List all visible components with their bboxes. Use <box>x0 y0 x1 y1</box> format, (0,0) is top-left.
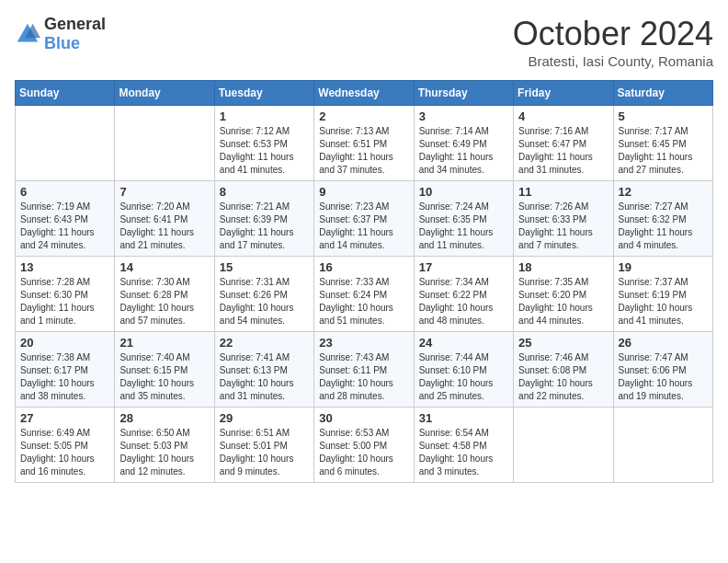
calendar-cell <box>16 106 115 181</box>
day-info: Sunrise: 7:43 AM Sunset: 6:11 PM Dayligh… <box>319 351 408 403</box>
weekday-header: Saturday <box>613 81 712 106</box>
calendar-cell: 28Sunrise: 6:50 AM Sunset: 5:03 PM Dayli… <box>115 408 214 483</box>
calendar-week-row: 20Sunrise: 7:38 AM Sunset: 6:17 PM Dayli… <box>16 332 713 408</box>
day-info: Sunrise: 7:23 AM Sunset: 6:37 PM Dayligh… <box>319 201 408 252</box>
day-number: 6 <box>20 185 109 199</box>
day-number: 20 <box>20 336 109 350</box>
day-number: 15 <box>220 260 309 274</box>
calendar-cell: 3Sunrise: 7:14 AM Sunset: 6:49 PM Daylig… <box>414 106 513 181</box>
calendar-cell: 13Sunrise: 7:28 AM Sunset: 6:30 PM Dayli… <box>16 257 115 332</box>
calendar-cell: 10Sunrise: 7:24 AM Sunset: 6:35 PM Dayli… <box>414 181 513 257</box>
calendar-cell: 26Sunrise: 7:47 AM Sunset: 6:06 PM Dayli… <box>613 332 712 408</box>
calendar-cell: 12Sunrise: 7:27 AM Sunset: 6:32 PM Dayli… <box>613 181 712 257</box>
day-info: Sunrise: 6:49 AM Sunset: 5:05 PM Dayligh… <box>20 427 109 478</box>
day-number: 8 <box>220 185 309 199</box>
day-info: Sunrise: 7:24 AM Sunset: 6:35 PM Dayligh… <box>419 201 508 252</box>
day-number: 3 <box>419 109 508 123</box>
month-title: October 2024 <box>513 15 713 53</box>
calendar-cell: 25Sunrise: 7:46 AM Sunset: 6:08 PM Dayli… <box>514 332 613 408</box>
calendar-cell: 8Sunrise: 7:21 AM Sunset: 6:39 PM Daylig… <box>214 181 313 257</box>
weekday-header: Monday <box>115 81 214 106</box>
day-info: Sunrise: 6:50 AM Sunset: 5:03 PM Dayligh… <box>119 427 209 478</box>
calendar-cell: 16Sunrise: 7:33 AM Sunset: 6:24 PM Dayli… <box>314 257 414 332</box>
day-info: Sunrise: 7:14 AM Sunset: 6:49 PM Dayligh… <box>419 125 508 177</box>
calendar-cell: 24Sunrise: 7:44 AM Sunset: 6:10 PM Dayli… <box>414 332 513 408</box>
day-info: Sunrise: 7:33 AM Sunset: 6:24 PM Dayligh… <box>319 276 408 327</box>
calendar-cell: 29Sunrise: 6:51 AM Sunset: 5:01 PM Dayli… <box>214 408 313 483</box>
weekday-header: Thursday <box>414 81 513 106</box>
calendar-cell: 20Sunrise: 7:38 AM Sunset: 6:17 PM Dayli… <box>16 332 115 408</box>
day-number: 24 <box>419 336 508 350</box>
day-number: 25 <box>518 336 608 350</box>
day-number: 28 <box>119 411 209 425</box>
calendar-cell: 17Sunrise: 7:34 AM Sunset: 6:22 PM Dayli… <box>414 257 513 332</box>
calendar-cell: 7Sunrise: 7:20 AM Sunset: 6:41 PM Daylig… <box>115 181 214 257</box>
day-number: 29 <box>220 411 309 425</box>
logo-blue: Blue <box>44 34 80 52</box>
day-info: Sunrise: 7:44 AM Sunset: 6:10 PM Dayligh… <box>419 351 508 403</box>
day-info: Sunrise: 7:47 AM Sunset: 6:06 PM Dayligh… <box>619 351 708 403</box>
day-number: 2 <box>319 109 408 123</box>
title-block: October 2024 Bratesti, Iasi County, Roma… <box>513 15 713 69</box>
day-info: Sunrise: 7:38 AM Sunset: 6:17 PM Dayligh… <box>20 351 109 403</box>
calendar-cell: 5Sunrise: 7:17 AM Sunset: 6:45 PM Daylig… <box>613 106 712 181</box>
day-number: 22 <box>220 336 309 350</box>
logo: General Blue <box>15 15 106 53</box>
calendar-week-row: 1Sunrise: 7:12 AM Sunset: 6:53 PM Daylig… <box>16 106 713 181</box>
calendar-cell: 11Sunrise: 7:26 AM Sunset: 6:33 PM Dayli… <box>514 181 613 257</box>
day-info: Sunrise: 7:41 AM Sunset: 6:13 PM Dayligh… <box>220 351 309 403</box>
weekday-header: Friday <box>514 81 613 106</box>
day-info: Sunrise: 6:53 AM Sunset: 5:00 PM Dayligh… <box>319 427 408 478</box>
calendar-cell: 18Sunrise: 7:35 AM Sunset: 6:20 PM Dayli… <box>514 257 613 332</box>
day-number: 10 <box>419 185 508 199</box>
calendar-cell: 31Sunrise: 6:54 AM Sunset: 4:58 PM Dayli… <box>414 408 513 483</box>
day-info: Sunrise: 7:37 AM Sunset: 6:19 PM Dayligh… <box>619 276 708 327</box>
weekday-header: Wednesday <box>314 81 414 106</box>
calendar-header-row: SundayMondayTuesdayWednesdayThursdayFrid… <box>16 81 713 106</box>
day-number: 13 <box>20 260 109 274</box>
calendar-week-row: 6Sunrise: 7:19 AM Sunset: 6:43 PM Daylig… <box>16 181 713 257</box>
calendar-cell: 23Sunrise: 7:43 AM Sunset: 6:11 PM Dayli… <box>314 332 414 408</box>
calendar-table: SundayMondayTuesdayWednesdayThursdayFrid… <box>15 80 713 483</box>
calendar-cell <box>514 408 613 483</box>
calendar-cell: 30Sunrise: 6:53 AM Sunset: 5:00 PM Dayli… <box>314 408 414 483</box>
calendar-cell: 19Sunrise: 7:37 AM Sunset: 6:19 PM Dayli… <box>613 257 712 332</box>
day-number: 14 <box>119 260 209 274</box>
day-info: Sunrise: 7:13 AM Sunset: 6:51 PM Dayligh… <box>319 125 408 177</box>
day-info: Sunrise: 7:20 AM Sunset: 6:41 PM Dayligh… <box>119 201 209 252</box>
logo-icon <box>15 21 40 47</box>
day-number: 12 <box>619 185 708 199</box>
calendar-cell: 1Sunrise: 7:12 AM Sunset: 6:53 PM Daylig… <box>214 106 313 181</box>
calendar-cell: 9Sunrise: 7:23 AM Sunset: 6:37 PM Daylig… <box>314 181 414 257</box>
day-info: Sunrise: 6:51 AM Sunset: 5:01 PM Dayligh… <box>220 427 309 478</box>
day-number: 11 <box>518 185 608 199</box>
day-info: Sunrise: 7:31 AM Sunset: 6:26 PM Dayligh… <box>220 276 309 327</box>
day-info: Sunrise: 7:12 AM Sunset: 6:53 PM Dayligh… <box>220 125 309 177</box>
logo-general: General <box>44 15 106 33</box>
day-number: 26 <box>619 336 708 350</box>
day-info: Sunrise: 7:30 AM Sunset: 6:28 PM Dayligh… <box>119 276 209 327</box>
day-number: 4 <box>518 109 608 123</box>
calendar-cell: 15Sunrise: 7:31 AM Sunset: 6:26 PM Dayli… <box>214 257 313 332</box>
day-info: Sunrise: 7:27 AM Sunset: 6:32 PM Dayligh… <box>619 201 708 252</box>
calendar-cell <box>115 106 214 181</box>
weekday-header: Tuesday <box>214 81 313 106</box>
day-number: 16 <box>319 260 408 274</box>
day-info: Sunrise: 7:40 AM Sunset: 6:15 PM Dayligh… <box>119 351 209 403</box>
calendar-week-row: 27Sunrise: 6:49 AM Sunset: 5:05 PM Dayli… <box>16 408 713 483</box>
day-number: 17 <box>419 260 508 274</box>
day-number: 7 <box>119 185 209 199</box>
day-info: Sunrise: 7:35 AM Sunset: 6:20 PM Dayligh… <box>518 276 608 327</box>
day-info: Sunrise: 7:16 AM Sunset: 6:47 PM Dayligh… <box>518 125 608 177</box>
page-header: General Blue October 2024 Bratesti, Iasi… <box>15 15 713 69</box>
location-title: Bratesti, Iasi County, Romania <box>513 53 713 69</box>
logo-text: General Blue <box>44 15 106 53</box>
calendar-week-row: 13Sunrise: 7:28 AM Sunset: 6:30 PM Dayli… <box>16 257 713 332</box>
calendar-cell: 14Sunrise: 7:30 AM Sunset: 6:28 PM Dayli… <box>115 257 214 332</box>
day-info: Sunrise: 7:17 AM Sunset: 6:45 PM Dayligh… <box>619 125 708 177</box>
calendar-cell: 2Sunrise: 7:13 AM Sunset: 6:51 PM Daylig… <box>314 106 414 181</box>
day-number: 5 <box>619 109 708 123</box>
day-number: 23 <box>319 336 408 350</box>
day-info: Sunrise: 7:34 AM Sunset: 6:22 PM Dayligh… <box>419 276 508 327</box>
calendar-cell: 21Sunrise: 7:40 AM Sunset: 6:15 PM Dayli… <box>115 332 214 408</box>
